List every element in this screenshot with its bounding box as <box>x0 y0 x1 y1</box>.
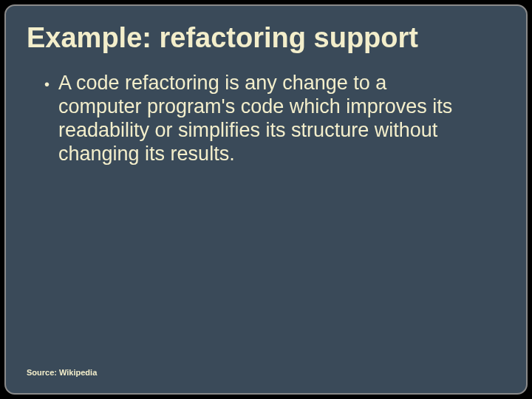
slide: Example: refactoring support • A code re… <box>4 4 528 395</box>
source-footer: Source: Wikipedia <box>27 368 97 377</box>
bullet-item: • A code refactoring is any change to a … <box>49 72 505 166</box>
slide-content: • A code refactoring is any change to a … <box>27 72 505 166</box>
bullet-icon: • <box>44 72 50 97</box>
slide-title: Example: refactoring support <box>27 22 505 54</box>
bullet-text: A code refactoring is any change to a co… <box>58 72 472 166</box>
